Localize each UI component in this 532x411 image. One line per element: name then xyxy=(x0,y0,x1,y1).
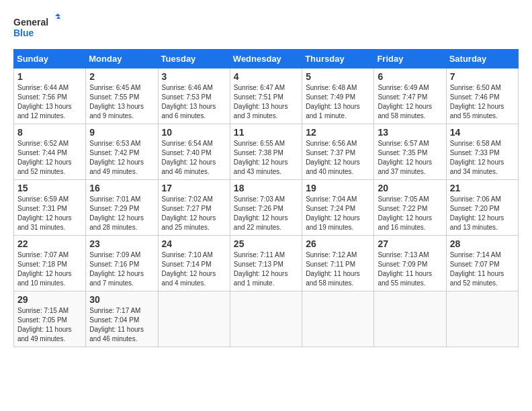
calendar-cell: 12Sunrise: 6:56 AM Sunset: 7:37 PM Dayli… xyxy=(302,124,374,180)
calendar-cell: 17Sunrise: 7:02 AM Sunset: 7:27 PM Dayli… xyxy=(158,180,230,236)
day-info: Sunrise: 6:56 AM Sunset: 7:37 PM Dayligh… xyxy=(306,139,370,177)
calendar-cell: 21Sunrise: 7:06 AM Sunset: 7:20 PM Dayli… xyxy=(446,180,518,236)
logo-svg: General Blue xyxy=(13,13,60,44)
day-number: 25 xyxy=(234,238,298,249)
day-number: 2 xyxy=(89,71,154,82)
col-header-monday: Monday xyxy=(86,50,158,68)
calendar-cell: 30Sunrise: 7:17 AM Sunset: 7:04 PM Dayli… xyxy=(86,291,158,347)
day-number: 3 xyxy=(162,71,226,82)
day-info: Sunrise: 6:49 AM Sunset: 7:47 PM Dayligh… xyxy=(378,83,442,121)
calendar-cell: 10Sunrise: 6:54 AM Sunset: 7:40 PM Dayli… xyxy=(158,124,230,180)
calendar-cell: 19Sunrise: 7:04 AM Sunset: 7:24 PM Dayli… xyxy=(302,180,374,236)
day-info: Sunrise: 7:15 AM Sunset: 7:05 PM Dayligh… xyxy=(17,306,82,344)
day-info: Sunrise: 7:03 AM Sunset: 7:26 PM Dayligh… xyxy=(234,195,298,232)
calendar-cell: 27Sunrise: 7:13 AM Sunset: 7:09 PM Dayli… xyxy=(374,236,446,291)
calendar-cell: 20Sunrise: 7:05 AM Sunset: 7:22 PM Dayli… xyxy=(374,180,446,236)
day-info: Sunrise: 6:55 AM Sunset: 7:38 PM Dayligh… xyxy=(234,139,298,177)
day-info: Sunrise: 7:07 AM Sunset: 7:18 PM Dayligh… xyxy=(17,250,82,288)
calendar-cell: 24Sunrise: 7:10 AM Sunset: 7:14 PM Dayli… xyxy=(158,236,230,291)
calendar-cell: 23Sunrise: 7:09 AM Sunset: 7:16 PM Dayli… xyxy=(86,236,158,291)
day-number: 13 xyxy=(378,127,442,138)
col-header-tuesday: Tuesday xyxy=(158,50,230,68)
week-row-3: 15Sunrise: 6:59 AM Sunset: 7:31 PM Dayli… xyxy=(14,180,519,236)
day-info: Sunrise: 6:50 AM Sunset: 7:46 PM Dayligh… xyxy=(450,83,515,121)
calendar-cell: 16Sunrise: 7:01 AM Sunset: 7:29 PM Dayli… xyxy=(86,180,158,236)
day-number: 15 xyxy=(17,183,82,193)
header-row: SundayMondayTuesdayWednesdayThursdayFrid… xyxy=(14,50,519,68)
day-number: 27 xyxy=(378,238,442,249)
day-info: Sunrise: 7:04 AM Sunset: 7:24 PM Dayligh… xyxy=(306,195,370,232)
calendar-cell: 18Sunrise: 7:03 AM Sunset: 7:26 PM Dayli… xyxy=(230,180,302,236)
day-info: Sunrise: 7:17 AM Sunset: 7:04 PM Dayligh… xyxy=(89,306,154,344)
day-number: 9 xyxy=(89,127,154,138)
day-info: Sunrise: 7:13 AM Sunset: 7:09 PM Dayligh… xyxy=(378,250,442,288)
day-info: Sunrise: 7:01 AM Sunset: 7:29 PM Dayligh… xyxy=(89,195,154,232)
day-number: 12 xyxy=(306,127,370,138)
week-row-4: 22Sunrise: 7:07 AM Sunset: 7:18 PM Dayli… xyxy=(14,236,519,291)
svg-marker-3 xyxy=(56,16,60,19)
calendar-cell: 25Sunrise: 7:11 AM Sunset: 7:13 PM Dayli… xyxy=(230,236,302,291)
calendar-cell: 9Sunrise: 6:53 AM Sunset: 7:42 PM Daylig… xyxy=(86,124,158,180)
day-number: 1 xyxy=(17,71,82,82)
calendar-table: SundayMondayTuesdayWednesdayThursdayFrid… xyxy=(13,49,519,347)
calendar-cell: 8Sunrise: 6:52 AM Sunset: 7:44 PM Daylig… xyxy=(14,124,86,180)
col-header-sunday: Sunday xyxy=(14,50,86,68)
day-info: Sunrise: 6:59 AM Sunset: 7:31 PM Dayligh… xyxy=(17,195,82,232)
calendar-cell: 13Sunrise: 6:57 AM Sunset: 7:35 PM Dayli… xyxy=(374,124,446,180)
calendar-cell xyxy=(446,291,518,347)
col-header-wednesday: Wednesday xyxy=(230,50,302,68)
day-number: 8 xyxy=(17,127,82,138)
col-header-saturday: Saturday xyxy=(446,50,518,68)
day-number: 19 xyxy=(306,183,370,193)
day-info: Sunrise: 7:05 AM Sunset: 7:22 PM Dayligh… xyxy=(378,195,442,232)
day-number: 26 xyxy=(306,238,370,249)
svg-text:General: General xyxy=(13,17,48,28)
day-info: Sunrise: 6:52 AM Sunset: 7:44 PM Dayligh… xyxy=(17,139,82,177)
week-row-5: 29Sunrise: 7:15 AM Sunset: 7:05 PM Dayli… xyxy=(14,291,519,347)
day-info: Sunrise: 6:46 AM Sunset: 7:53 PM Dayligh… xyxy=(162,83,226,121)
day-number: 4 xyxy=(234,71,298,82)
calendar-cell: 7Sunrise: 6:50 AM Sunset: 7:46 PM Daylig… xyxy=(446,68,518,124)
day-number: 5 xyxy=(306,71,370,82)
day-info: Sunrise: 7:09 AM Sunset: 7:16 PM Dayligh… xyxy=(89,250,154,288)
calendar-cell: 4Sunrise: 6:47 AM Sunset: 7:51 PM Daylig… xyxy=(230,68,302,124)
calendar-cell: 5Sunrise: 6:48 AM Sunset: 7:49 PM Daylig… xyxy=(302,68,374,124)
day-info: Sunrise: 7:12 AM Sunset: 7:11 PM Dayligh… xyxy=(306,250,370,288)
day-info: Sunrise: 6:58 AM Sunset: 7:33 PM Dayligh… xyxy=(450,139,515,177)
day-number: 18 xyxy=(234,183,298,193)
day-info: Sunrise: 7:14 AM Sunset: 7:07 PM Dayligh… xyxy=(450,250,515,288)
calendar-cell: 26Sunrise: 7:12 AM Sunset: 7:11 PM Dayli… xyxy=(302,236,374,291)
svg-marker-2 xyxy=(55,13,60,16)
calendar-cell xyxy=(374,291,446,347)
day-number: 10 xyxy=(162,127,226,138)
calendar-cell: 3Sunrise: 6:46 AM Sunset: 7:53 PM Daylig… xyxy=(158,68,230,124)
calendar-cell: 14Sunrise: 6:58 AM Sunset: 7:33 PM Dayli… xyxy=(446,124,518,180)
day-info: Sunrise: 6:44 AM Sunset: 7:56 PM Dayligh… xyxy=(17,83,82,121)
day-number: 7 xyxy=(450,71,515,82)
day-number: 23 xyxy=(89,238,154,249)
day-number: 14 xyxy=(450,127,515,138)
day-number: 30 xyxy=(89,294,154,305)
day-number: 21 xyxy=(450,183,515,193)
day-number: 6 xyxy=(378,71,442,82)
week-row-1: 1Sunrise: 6:44 AM Sunset: 7:56 PM Daylig… xyxy=(14,68,519,124)
day-info: Sunrise: 6:47 AM Sunset: 7:51 PM Dayligh… xyxy=(234,83,298,121)
logo: General Blue xyxy=(13,13,60,44)
week-row-2: 8Sunrise: 6:52 AM Sunset: 7:44 PM Daylig… xyxy=(14,124,519,180)
day-info: Sunrise: 7:11 AM Sunset: 7:13 PM Dayligh… xyxy=(234,250,298,288)
calendar-cell xyxy=(158,291,230,347)
calendar-cell: 1Sunrise: 6:44 AM Sunset: 7:56 PM Daylig… xyxy=(14,68,86,124)
day-info: Sunrise: 6:54 AM Sunset: 7:40 PM Dayligh… xyxy=(162,139,226,177)
day-info: Sunrise: 7:10 AM Sunset: 7:14 PM Dayligh… xyxy=(162,250,226,288)
calendar-cell xyxy=(302,291,374,347)
day-number: 16 xyxy=(89,183,154,193)
day-number: 24 xyxy=(162,238,226,249)
day-number: 28 xyxy=(450,238,515,249)
col-header-friday: Friday xyxy=(374,50,446,68)
day-number: 17 xyxy=(162,183,226,193)
calendar-cell: 6Sunrise: 6:49 AM Sunset: 7:47 PM Daylig… xyxy=(374,68,446,124)
calendar-cell: 28Sunrise: 7:14 AM Sunset: 7:07 PM Dayli… xyxy=(446,236,518,291)
day-info: Sunrise: 6:57 AM Sunset: 7:35 PM Dayligh… xyxy=(378,139,442,177)
calendar-cell: 2Sunrise: 6:45 AM Sunset: 7:55 PM Daylig… xyxy=(86,68,158,124)
day-info: Sunrise: 6:48 AM Sunset: 7:49 PM Dayligh… xyxy=(306,83,370,121)
